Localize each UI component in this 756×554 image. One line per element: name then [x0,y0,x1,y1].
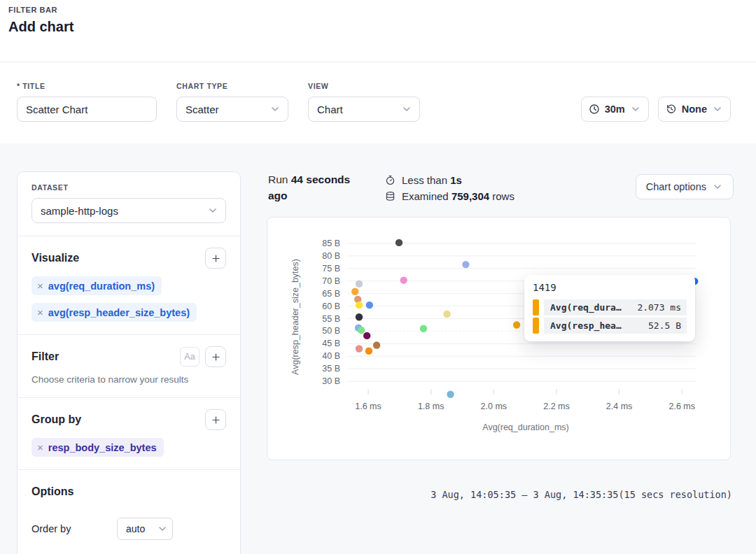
order-by-row: Order by auto [31,518,226,540]
scatter-point[interactable] [363,332,370,339]
chart-options-button[interactable]: Chart options [636,174,734,199]
options-header: Options [31,481,226,502]
scatter-point[interactable] [356,301,363,308]
scatter-chart-card: 85 B80 B75 B70 B65 B60 B55 B50 B45 B40 B… [267,217,731,460]
chart-type-label: CHART TYPE [176,82,288,90]
scatter-point[interactable] [396,239,402,246]
chart-options-label: Chart options [646,181,706,192]
filter-title: Filter [31,350,180,363]
visualize-chip[interactable]: × avg(req_duration_ms) [31,276,162,295]
remove-icon[interactable]: × [37,442,43,453]
scatter-point[interactable] [365,348,372,355]
chevron-down-icon [270,104,281,115]
series-color-bar [533,299,539,315]
chevron-down-icon [401,104,412,115]
examined-row: Examined 759,304 rows [385,188,514,204]
scatter-point[interactable] [462,261,469,268]
scatter-point[interactable] [366,301,373,308]
visualize-section: Visualize × avg(req_duration_ms) × avg(r… [18,236,240,335]
y-tick-label: 30 B [322,376,340,386]
add-filter-button[interactable] [205,346,226,367]
chevron-down-icon [630,104,641,115]
chevron-down-icon [712,104,723,115]
y-tick-label: 70 B [322,276,340,286]
view-value: Chart [317,104,343,115]
order-by-select[interactable]: auto [117,518,173,540]
filter-header: Filter Aa [31,346,226,367]
scatter-point[interactable] [356,313,363,320]
scatter-point[interactable] [447,391,454,398]
tooltip-metric-label: Avg(req_dura… [550,302,622,313]
scatter-point[interactable] [420,325,427,332]
scatter-point[interactable] [351,288,358,295]
dataset-select[interactable]: sample-http-logs [31,198,226,223]
chart-config-form: * TITLE CHART TYPE Scatter VIEW Chart 30… [17,82,731,122]
run-status: Run 44 seconds ago [268,171,359,204]
tooltip-metric-value: 2.073 ms [637,302,681,313]
order-by-value: auto [126,523,145,534]
tooltip-row: Avg(req_dura… 2.073 ms [533,299,687,315]
group-by-title: Group by [31,413,205,426]
y-tick-label: 65 B [322,289,340,299]
visualize-header: Visualize [31,248,226,269]
query-builder-panel: DATASET sample-http-logs Visualize × avg… [17,171,241,554]
x-axis-title: Avg(req_duration_ms) [482,422,568,432]
x-tick-label: 2.6 ms [669,402,696,411]
visualize-chip-label: avg(resp_header_size_bytes) [48,307,190,318]
scatter-point[interactable] [356,280,363,287]
y-tick-label: 50 B [322,326,340,336]
group-by-header: Group by [31,409,226,430]
visualize-chip-label: avg(req_duration_ms) [48,280,155,292]
plus-icon [211,352,221,362]
scatter-point[interactable] [443,311,450,318]
time-range-value: 30m [605,104,625,115]
plus-icon [211,253,221,264]
header-divider [0,62,756,62]
options-title: Options [31,485,226,498]
chart-type-select[interactable]: Scatter [176,97,288,122]
chevron-down-icon [157,523,168,534]
dataset-value: sample-http-logs [41,205,118,217]
scatter-point-hovered[interactable] [513,321,520,328]
remove-icon[interactable]: × [37,307,43,318]
y-tick-label: 45 B [322,339,340,348]
scatter-point[interactable] [358,327,365,334]
visualize-title: Visualize [31,252,205,264]
run-prefix: Run [268,173,288,185]
remove-icon[interactable]: × [37,280,43,291]
y-tick-label: 80 B [322,251,340,261]
title-input[interactable] [17,97,157,122]
tooltip-row: Avg(resp_hea… 52.5 B [533,318,687,334]
view-select[interactable]: Chart [308,97,420,122]
page-title: Add chart [8,19,74,35]
y-tick-label: 55 B [322,314,340,324]
add-group-by-button[interactable] [205,409,226,430]
x-tick-label: 1.8 ms [418,402,444,411]
time-range-button[interactable]: 30m [581,97,649,122]
tooltip-metric-value: 52.5 B [648,320,681,331]
dataset-label: DATASET [31,183,226,192]
series-color-bar [533,318,539,334]
history-icon [666,104,677,115]
view-label: VIEW [308,82,420,90]
scatter-point[interactable] [356,345,363,352]
filter-section: Filter Aa Choose criteria to narrow your… [18,335,240,398]
group-by-chip[interactable]: × resp_body_size_bytes [31,438,164,457]
group-by-chip-label: resp_body_size_bytes [48,442,157,453]
chart-type-value: Scatter [186,104,219,115]
x-tick-label: 1.6 ms [355,402,382,411]
compare-button[interactable]: None [658,97,731,122]
run-stats: Less than 1s Examined 759,304 rows [385,172,514,204]
y-tick-label: 35 B [322,364,340,374]
clock-icon [589,104,600,115]
scatter-point[interactable] [373,341,380,348]
case-sensitivity-button[interactable]: Aa [180,347,200,367]
tooltip-metric-label: Avg(resp_hea… [550,320,622,331]
add-visualize-button[interactable] [205,248,226,269]
filter-helper-text: Choose criteria to narrow your results [31,374,226,385]
time-controls: 30m None [581,97,731,122]
y-tick-label: 85 B [322,239,340,248]
group-by-section: Group by × resp_body_size_bytes [18,398,240,470]
scatter-point[interactable] [400,276,407,283]
visualize-chip[interactable]: × avg(resp_header_size_bytes) [31,303,197,322]
